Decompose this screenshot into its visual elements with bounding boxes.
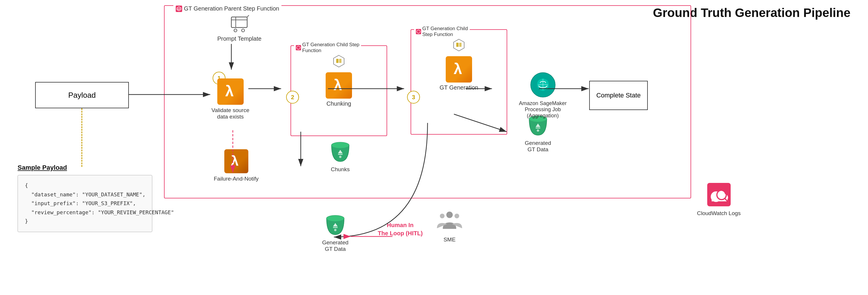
circle-3: 3 (407, 91, 420, 104)
svg-rect-31 (536, 128, 540, 129)
lambda-2-label: Chunking (327, 100, 351, 107)
complete-state-label: Complete State (596, 92, 641, 99)
chunk-hex-icon (332, 55, 345, 69)
chunks-label: Chunks (331, 166, 350, 173)
svg-point-18 (332, 142, 349, 148)
hitl-label: Human InThe Loop (HITL) (378, 221, 423, 237)
chunk-hex-svg (332, 55, 345, 68)
child-step-1-text: GT Generation Child StepFunction (302, 42, 359, 54)
sagemaker-block: Amazon SageMakerProcessing Job(Aggregati… (519, 72, 567, 119)
svg-line-8 (247, 15, 249, 17)
svg-text:SF: SF (177, 8, 181, 10)
payload-label: Payload (68, 91, 96, 100)
complete-state-box: Complete State (589, 81, 648, 110)
lambda-1-block: λ Validate sourcedata exists (211, 78, 249, 120)
cloudwatch-block: CloudWatch Logs (697, 182, 741, 217)
child-step-2: GT Generation ChildStep Function λ GT Ge… (410, 29, 507, 135)
lambda-2-icon: λ (326, 72, 352, 99)
parent-sf-icon: SF (176, 6, 182, 12)
circle-2: 2 (286, 91, 299, 104)
cloudwatch-label: CloudWatch Logs (697, 210, 741, 217)
failure-lambda-block: λ Failure-And-Notify (214, 149, 258, 182)
lambda-2-block: λ Chunking (326, 72, 352, 107)
svg-point-43 (455, 214, 459, 218)
svg-text:λ: λ (334, 77, 342, 93)
svg-point-40 (334, 229, 337, 231)
child-step-1-label: GT Generation Child StepFunction (294, 42, 361, 54)
sample-code: { "dataset_name": "YOUR_DATASET_NAME", "… (25, 181, 145, 226)
failure-lambda-icon: λ (224, 149, 248, 173)
parent-step-function: SF GT Generation Parent Step Function Pr… (164, 5, 691, 198)
sample-payload-container: Sample Payload { "dataset_name": "YOUR_D… (18, 164, 152, 232)
lambda-3-label: GT Generation (440, 84, 478, 91)
failure-label: Failure-And-Notify (214, 175, 258, 182)
sme-label: SME (443, 236, 455, 243)
svg-rect-15 (339, 59, 341, 63)
cloudwatch-icon (706, 182, 732, 208)
svg-point-21 (339, 156, 341, 158)
child-step-2-label: GT Generation ChildStep Function (414, 26, 470, 37)
failure-lambda-svg: λ (228, 153, 244, 169)
child-step-1: GT Generation Child StepFunction λ Chunk… (290, 45, 387, 136)
child-sf-2-icon (416, 29, 421, 34)
generated-gt-label-1: GeneratedGT Data (525, 140, 551, 153)
child-step-2-text: GT Generation ChildStep Function (422, 26, 468, 37)
svg-rect-26 (459, 43, 462, 47)
svg-point-41 (446, 211, 453, 218)
svg-rect-3 (231, 17, 247, 28)
sme-block: SME (436, 211, 463, 243)
gt-hex-svg (453, 39, 465, 52)
parent-step-label: SF GT Generation Parent Step Function (174, 5, 281, 12)
sagemaker-icon (530, 72, 556, 98)
prompt-template-icon (229, 14, 249, 34)
prompt-template-block: Prompt Template (217, 14, 261, 42)
svg-point-42 (440, 214, 444, 218)
lambda-1-icon: λ (217, 78, 244, 105)
svg-marker-24 (454, 39, 464, 51)
sagemaker-label: Amazon SageMakerProcessing Job(Aggregati… (519, 100, 567, 119)
prompt-template-label: Prompt Template (217, 35, 261, 42)
svg-point-32 (537, 129, 539, 132)
sample-payload-box: { "dataset_name": "YOUR_DATASET_NAME", "… (18, 175, 152, 232)
lambda-3-icon: λ (446, 56, 472, 83)
sme-icon (436, 211, 463, 234)
lambda-1-svg: λ (222, 83, 239, 100)
generated-gt-icon-2 (323, 214, 347, 237)
sample-payload-title: Sample Payload (18, 164, 152, 171)
svg-rect-20 (338, 154, 343, 155)
chunks-bucket-icon (329, 140, 352, 164)
svg-rect-25 (456, 43, 459, 47)
lambda-1-label: Validate sourcedata exists (211, 107, 249, 120)
lambda-3-block: λ GT Generation (440, 56, 478, 91)
generated-gt-data-1: GeneratedGT Data (525, 114, 551, 153)
svg-text:λ: λ (225, 83, 234, 99)
svg-marker-13 (334, 55, 344, 67)
parent-step-function-label: GT Generation Parent Step Function (184, 5, 279, 12)
svg-text:λ: λ (454, 61, 462, 77)
svg-point-37 (327, 216, 344, 221)
svg-point-6 (234, 29, 237, 32)
generated-gt-label-2: GeneratedGT Data (322, 239, 348, 252)
child-sf-1-icon (296, 45, 301, 50)
svg-point-7 (242, 29, 245, 32)
diagram-container: Ground Truth Generation Pipeline Payload… (0, 0, 868, 295)
dashed-line-payload (82, 108, 82, 167)
gt-hex-icon (453, 39, 465, 53)
svg-rect-39 (333, 227, 338, 228)
svg-rect-14 (336, 59, 339, 63)
generated-gt-data-2: GeneratedGT Data (322, 214, 348, 252)
payload-box: Payload (35, 82, 129, 108)
lambda-3-svg: λ (450, 61, 468, 78)
svg-text:λ: λ (231, 153, 239, 169)
chunks-bucket: Chunks (329, 140, 352, 173)
lambda-2-svg: λ (330, 77, 348, 94)
